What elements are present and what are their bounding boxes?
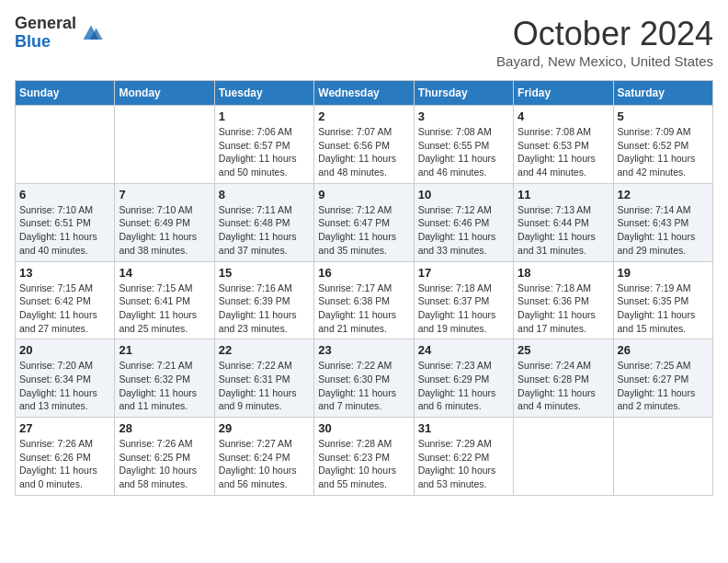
day-number: 24 (418, 343, 509, 357)
calendar-cell: 5Sunrise: 7:09 AMSunset: 6:52 PMDaylight… (613, 106, 712, 184)
page-header: General Blue October 2024 Bayard, New Me… (15, 15, 713, 69)
day-number: 31 (418, 421, 509, 435)
calendar-cell: 7Sunrise: 7:10 AMSunset: 6:49 PMDaylight… (115, 183, 214, 261)
day-number: 19 (618, 266, 709, 280)
day-number: 30 (318, 421, 409, 435)
day-of-week-header: Wednesday (314, 81, 414, 106)
calendar-cell: 10Sunrise: 7:12 AMSunset: 6:46 PMDayligh… (414, 183, 513, 261)
day-info: Sunrise: 7:11 AMSunset: 6:48 PMDaylight:… (219, 203, 310, 258)
logo: General Blue (15, 15, 104, 52)
day-of-week-header: Saturday (613, 81, 712, 106)
day-info: Sunrise: 7:25 AMSunset: 6:27 PMDaylight:… (618, 359, 709, 413)
calendar-cell (514, 418, 613, 496)
day-number: 10 (418, 188, 509, 201)
day-info: Sunrise: 7:13 AMSunset: 6:44 PMDaylight:… (518, 203, 609, 258)
day-number: 25 (518, 343, 609, 357)
calendar-cell: 4Sunrise: 7:08 AMSunset: 6:53 PMDaylight… (514, 106, 613, 184)
day-info: Sunrise: 7:10 AMSunset: 6:51 PMDaylight:… (19, 203, 110, 258)
calendar-cell: 19Sunrise: 7:19 AMSunset: 6:35 PMDayligh… (613, 261, 712, 339)
day-info: Sunrise: 7:19 AMSunset: 6:35 PMDaylight:… (618, 282, 709, 336)
day-info: Sunrise: 7:20 AMSunset: 6:34 PMDaylight:… (19, 359, 110, 413)
calendar-cell: 29Sunrise: 7:27 AMSunset: 6:24 PMDayligh… (214, 418, 313, 496)
calendar-week-row: 1Sunrise: 7:06 AMSunset: 6:57 PMDaylight… (16, 106, 713, 184)
day-of-week-header: Sunday (16, 81, 115, 106)
day-number: 20 (19, 343, 110, 357)
day-info: Sunrise: 7:06 AMSunset: 6:57 PMDaylight:… (219, 125, 310, 179)
calendar-cell: 25Sunrise: 7:24 AMSunset: 6:28 PMDayligh… (514, 339, 613, 418)
logo-general-text: General (15, 14, 76, 32)
day-number: 9 (318, 188, 409, 201)
calendar-cell: 26Sunrise: 7:25 AMSunset: 6:27 PMDayligh… (613, 339, 712, 418)
day-info: Sunrise: 7:14 AMSunset: 6:43 PMDaylight:… (618, 203, 709, 258)
calendar-cell: 31Sunrise: 7:29 AMSunset: 6:22 PMDayligh… (414, 418, 513, 496)
day-info: Sunrise: 7:08 AMSunset: 6:53 PMDaylight:… (518, 125, 609, 179)
calendar-cell: 11Sunrise: 7:13 AMSunset: 6:44 PMDayligh… (514, 183, 613, 261)
calendar-cell: 18Sunrise: 7:18 AMSunset: 6:36 PMDayligh… (514, 261, 613, 339)
calendar-cell: 28Sunrise: 7:26 AMSunset: 6:25 PMDayligh… (115, 418, 214, 496)
day-of-week-header: Tuesday (214, 81, 313, 106)
day-info: Sunrise: 7:09 AMSunset: 6:52 PMDaylight:… (618, 125, 709, 179)
day-number: 18 (518, 266, 609, 280)
logo-blue-text: Blue (15, 32, 51, 51)
day-of-week-header: Thursday (414, 81, 513, 106)
calendar-cell: 6Sunrise: 7:10 AMSunset: 6:51 PMDaylight… (16, 183, 115, 261)
day-info: Sunrise: 7:26 AMSunset: 6:25 PMDaylight:… (119, 437, 210, 491)
calendar-cell: 21Sunrise: 7:21 AMSunset: 6:32 PMDayligh… (115, 339, 214, 418)
day-info: Sunrise: 7:24 AMSunset: 6:28 PMDaylight:… (518, 359, 609, 413)
calendar-cell: 12Sunrise: 7:14 AMSunset: 6:43 PMDayligh… (613, 183, 712, 261)
day-number: 23 (318, 343, 409, 357)
day-number: 3 (418, 109, 509, 123)
calendar-cell: 13Sunrise: 7:15 AMSunset: 6:42 PMDayligh… (16, 261, 115, 339)
day-number: 17 (418, 266, 509, 280)
month-title: October 2024 (496, 15, 713, 53)
calendar-cell (613, 418, 712, 496)
day-number: 2 (318, 109, 409, 123)
calendar-cell: 2Sunrise: 7:07 AMSunset: 6:56 PMDaylight… (314, 106, 414, 184)
calendar-cell (16, 106, 115, 184)
location: Bayard, New Mexico, United States (496, 53, 713, 69)
day-info: Sunrise: 7:27 AMSunset: 6:24 PMDaylight:… (219, 437, 310, 491)
day-of-week-header: Friday (514, 81, 613, 106)
day-number: 12 (618, 188, 709, 201)
calendar-cell: 16Sunrise: 7:17 AMSunset: 6:38 PMDayligh… (314, 261, 414, 339)
day-number: 7 (119, 188, 210, 201)
day-number: 22 (219, 343, 310, 357)
calendar-cell: 24Sunrise: 7:23 AMSunset: 6:29 PMDayligh… (414, 339, 513, 418)
day-number: 4 (518, 109, 609, 123)
calendar-cell: 27Sunrise: 7:26 AMSunset: 6:26 PMDayligh… (16, 418, 115, 496)
day-info: Sunrise: 7:15 AMSunset: 6:42 PMDaylight:… (19, 282, 110, 336)
day-info: Sunrise: 7:10 AMSunset: 6:49 PMDaylight:… (119, 203, 210, 258)
day-info: Sunrise: 7:12 AMSunset: 6:46 PMDaylight:… (418, 203, 509, 258)
day-number: 15 (219, 266, 310, 280)
day-number: 11 (518, 188, 609, 201)
day-info: Sunrise: 7:08 AMSunset: 6:55 PMDaylight:… (418, 125, 509, 179)
day-number: 28 (119, 421, 210, 435)
calendar-cell: 17Sunrise: 7:18 AMSunset: 6:37 PMDayligh… (414, 261, 513, 339)
calendar-cell: 1Sunrise: 7:06 AMSunset: 6:57 PMDaylight… (214, 106, 313, 184)
day-number: 1 (219, 109, 310, 123)
day-info: Sunrise: 7:18 AMSunset: 6:37 PMDaylight:… (418, 282, 509, 336)
day-number: 6 (19, 188, 110, 201)
calendar-week-row: 20Sunrise: 7:20 AMSunset: 6:34 PMDayligh… (16, 339, 713, 418)
calendar-week-row: 6Sunrise: 7:10 AMSunset: 6:51 PMDaylight… (16, 183, 713, 261)
day-info: Sunrise: 7:26 AMSunset: 6:26 PMDaylight:… (19, 437, 110, 491)
day-number: 27 (19, 421, 110, 435)
calendar-cell: 9Sunrise: 7:12 AMSunset: 6:47 PMDaylight… (314, 183, 414, 261)
day-number: 8 (219, 188, 310, 201)
day-number: 16 (318, 266, 409, 280)
title-block: October 2024 Bayard, New Mexico, United … (496, 15, 713, 69)
day-number: 14 (119, 266, 210, 280)
day-number: 26 (618, 343, 709, 357)
calendar-cell: 22Sunrise: 7:22 AMSunset: 6:31 PMDayligh… (214, 339, 313, 418)
calendar-cell: 8Sunrise: 7:11 AMSunset: 6:48 PMDaylight… (214, 183, 313, 261)
day-info: Sunrise: 7:21 AMSunset: 6:32 PMDaylight:… (119, 359, 210, 413)
calendar-table: SundayMondayTuesdayWednesdayThursdayFrid… (15, 80, 713, 496)
day-number: 21 (119, 343, 210, 357)
day-info: Sunrise: 7:29 AMSunset: 6:22 PMDaylight:… (418, 437, 509, 491)
day-info: Sunrise: 7:07 AMSunset: 6:56 PMDaylight:… (318, 125, 409, 179)
day-info: Sunrise: 7:18 AMSunset: 6:36 PMDaylight:… (518, 282, 609, 336)
calendar-cell: 20Sunrise: 7:20 AMSunset: 6:34 PMDayligh… (16, 339, 115, 418)
logo-icon (78, 20, 104, 46)
day-info: Sunrise: 7:22 AMSunset: 6:31 PMDaylight:… (219, 359, 310, 413)
day-info: Sunrise: 7:22 AMSunset: 6:30 PMDaylight:… (318, 359, 409, 413)
